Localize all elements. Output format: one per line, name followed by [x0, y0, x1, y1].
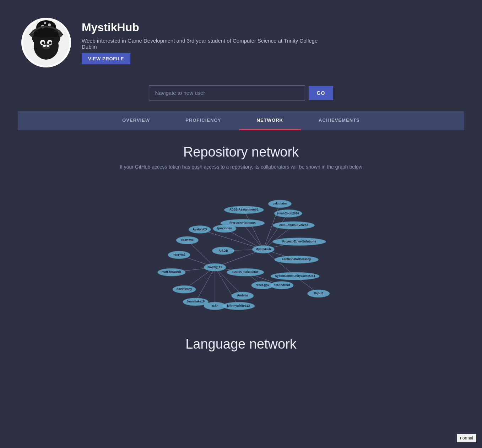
svg-point-90 [222, 302, 254, 310]
avatar [21, 18, 71, 67]
network-title: Repository network [21, 144, 461, 160]
tab-overview[interactable]: OVERVIEW [104, 111, 168, 130]
svg-point-60 [168, 251, 190, 259]
go-button[interactable]: GO [309, 86, 333, 100]
bottom-badge: normal [457, 434, 476, 442]
profile-section: MystikHub Weeb interested in Game Develo… [0, 0, 482, 78]
svg-point-8 [49, 42, 52, 44]
network-subtitle: If your GitHub access token has push acc… [21, 164, 461, 170]
tab-proficiency[interactable]: PROFICIENCY [168, 111, 239, 130]
svg-point-82 [173, 285, 196, 293]
profile-bio: Weeb interested in Game Development and … [82, 38, 330, 50]
svg-point-14 [44, 22, 46, 24]
svg-point-58 [272, 238, 326, 246]
tab-achievements[interactable]: ACHIEVEMENTS [301, 111, 378, 130]
svg-point-7 [42, 42, 44, 44]
svg-line-32 [195, 267, 215, 302]
svg-point-74 [157, 268, 185, 276]
svg-point-68 [204, 263, 226, 271]
svg-point-54 [213, 225, 236, 233]
svg-line-18 [244, 210, 263, 249]
svg-point-11 [47, 45, 49, 47]
svg-point-42 [268, 200, 291, 208]
svg-point-72 [271, 272, 319, 280]
tabs-bar: OVERVIEW PROFICIENCY NETWORK ACHIEVEMENT… [18, 111, 464, 130]
svg-point-62 [212, 247, 234, 255]
view-profile-button[interactable]: VIEW PROFILE [82, 53, 130, 64]
svg-rect-15 [30, 32, 34, 37]
svg-point-52 [189, 226, 211, 234]
svg-point-44 [224, 206, 264, 214]
svg-point-78 [270, 282, 293, 289]
svg-rect-16 [59, 32, 62, 37]
search-section: GO [0, 78, 482, 111]
svg-point-56 [176, 236, 198, 244]
svg-point-64 [252, 246, 274, 253]
svg-point-70 [227, 268, 264, 276]
profile-info: MystikHub Weeb interested in Game Develo… [82, 21, 330, 64]
tab-network[interactable]: NETWORK [239, 111, 301, 130]
language-title: Language network [21, 337, 461, 352]
svg-point-10 [43, 45, 46, 47]
search-input[interactable] [149, 85, 305, 100]
svg-point-50 [272, 222, 314, 229]
svg-point-84 [231, 292, 253, 300]
svg-line-28 [187, 240, 215, 267]
svg-point-9 [42, 44, 50, 49]
svg-point-46 [274, 209, 302, 217]
profile-name: MystikHub [82, 21, 330, 34]
svg-point-80 [307, 290, 329, 297]
svg-point-66 [274, 256, 318, 263]
main-content: Repository network If your GitHub access… [0, 130, 482, 366]
network-graph: calculatorADS2-Assignment-1HashCode2020f… [117, 180, 365, 329]
